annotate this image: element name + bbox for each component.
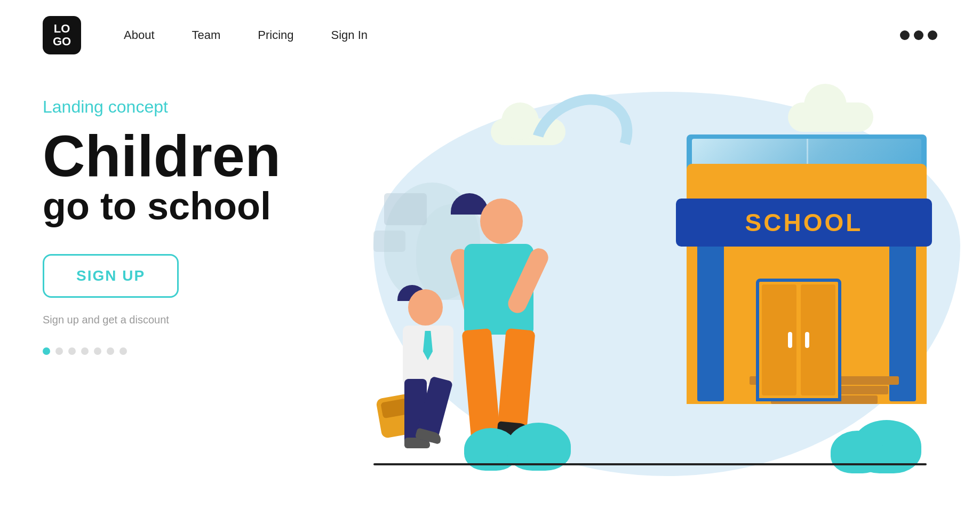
nav-signin[interactable]: Sign In (331, 28, 368, 42)
child-person (395, 289, 464, 465)
hero-subtitle: Landing concept (43, 97, 320, 117)
deco-rect-2 (373, 231, 405, 252)
deco-rect-1 (384, 193, 427, 225)
dot-2[interactable] (55, 347, 63, 355)
dot3 (928, 30, 937, 40)
dot2 (914, 30, 923, 40)
child-head (408, 289, 443, 326)
school-building: SCHOOL (671, 118, 927, 439)
door-handle-left (788, 332, 792, 348)
child-shirt (403, 326, 453, 384)
dot-6[interactable] (107, 347, 114, 355)
dot-3[interactable] (68, 347, 76, 355)
door-panel-left (762, 284, 796, 395)
nav-pricing[interactable]: Pricing (258, 28, 293, 42)
hero-left: Landing concept Children go to school SI… (43, 86, 320, 355)
more-menu-icon[interactable] (900, 30, 937, 40)
hero-illustration: SCHOOL (341, 86, 937, 503)
adult-head (480, 199, 523, 244)
door-panel-right (801, 284, 835, 395)
dot-7[interactable] (119, 347, 127, 355)
hero-title-line1: Children (43, 126, 320, 185)
school-door (756, 279, 841, 401)
adult-leg-right (497, 328, 535, 437)
pagination-dots[interactable] (43, 347, 320, 355)
dot1 (900, 30, 910, 40)
nav-right (900, 30, 937, 40)
hero-title-line2: go to school (43, 185, 320, 227)
nav-team[interactable]: Team (192, 28, 221, 42)
navbar: LOGO About Team Pricing Sign In (0, 0, 980, 70)
dot-4[interactable] (81, 347, 89, 355)
logo[interactable]: LOGO (43, 16, 81, 54)
logo-text: LOGO (53, 22, 71, 48)
bush-4 (831, 431, 884, 473)
main-content: Landing concept Children go to school SI… (0, 86, 980, 503)
school-sign: SCHOOL (676, 199, 932, 247)
child-tie (423, 331, 433, 360)
ground-line (373, 463, 927, 465)
discount-text: Sign up and get a discount (43, 314, 320, 326)
school-sign-text: SCHOOL (745, 208, 863, 237)
nav-links: About Team Pricing Sign In (124, 28, 368, 42)
nav-about[interactable]: About (124, 28, 155, 42)
dot-5[interactable] (94, 347, 101, 355)
signup-button[interactable]: SIGN UP (43, 254, 179, 298)
door-handle-right (805, 332, 809, 348)
dot-active[interactable] (43, 347, 50, 355)
